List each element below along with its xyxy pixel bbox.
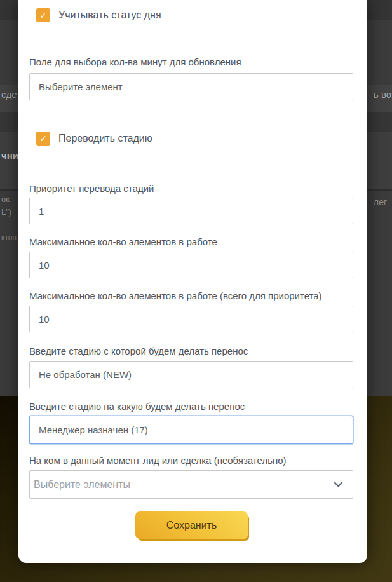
background-text-fragment: сде xyxy=(1,89,17,100)
settings-modal: ✓ Учитывать статус дня Поле для выбора к… xyxy=(18,0,367,563)
minutes-field-input[interactable] xyxy=(29,73,353,100)
max-in-work-field-label: Максимальное кол-во элементов в работе xyxy=(29,236,356,248)
max-total-field-label: Максимальное кол-во элементов в работе (… xyxy=(29,290,356,302)
save-button[interactable]: Сохранить xyxy=(135,511,248,539)
checkbox-move-stage-label: Переводить стадию xyxy=(58,133,152,144)
background-text-fragment: ктов xyxy=(1,233,17,242)
stage-to-field-input[interactable] xyxy=(29,416,353,444)
background-text-fragment: лег xyxy=(374,197,387,207)
checkmark-icon: ✓ xyxy=(39,134,47,143)
checkbox-checked-box: ✓ xyxy=(36,8,50,22)
checkbox-day-status[interactable]: ✓ Учитывать статус дня xyxy=(36,8,161,22)
stage-to-field-label: Введите стадию на какую будем делать пер… xyxy=(29,400,356,412)
background-text-fragment: ок xyxy=(1,194,10,204)
checkbox-day-status-label: Учитывать статус дня xyxy=(58,10,161,21)
max-in-work-field-input[interactable] xyxy=(29,252,353,278)
minutes-field-label: Поле для выбора кол-ва минут для обновле… xyxy=(29,56,356,68)
max-total-field-input[interactable] xyxy=(29,306,353,332)
stage-from-field-label: Введите стадию с которой будем делать пе… xyxy=(29,345,356,357)
assignee-multiselect-placeholder: Выберите элементы xyxy=(30,479,333,491)
priority-field-label: Приоритет перевода стадий xyxy=(29,182,356,194)
priority-field-input[interactable] xyxy=(29,198,353,224)
stage-from-field-input[interactable] xyxy=(29,361,353,388)
checkbox-move-stage[interactable]: ✓ Переводить стадию xyxy=(36,132,152,146)
checkmark-icon: ✓ xyxy=(39,11,47,20)
checkbox-checked-box: ✓ xyxy=(36,132,50,146)
assignee-multiselect[interactable]: Выберите элементы xyxy=(29,470,353,499)
background-text-fragment: L") xyxy=(1,207,11,217)
assignee-field-label: На ком в данный момент лид или сделка (н… xyxy=(29,454,356,466)
chevron-down-icon xyxy=(333,479,344,490)
background-text-fragment: ь воп xyxy=(374,89,392,100)
